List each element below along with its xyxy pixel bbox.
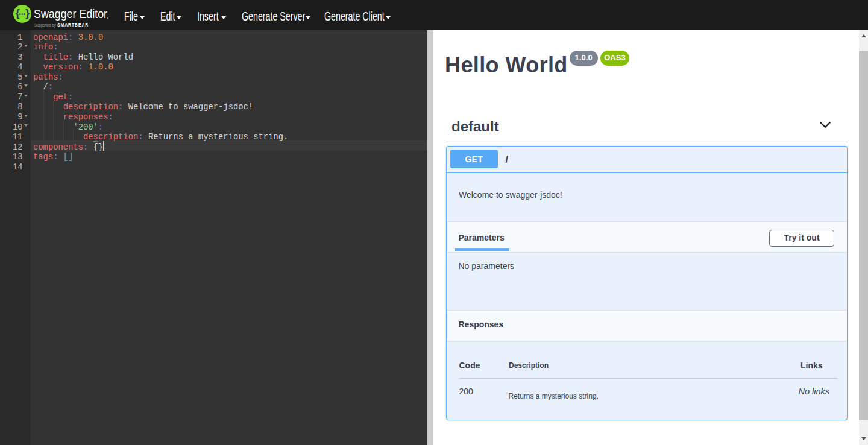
- svg-text:}: }: [25, 7, 30, 19]
- svg-text:{: {: [15, 7, 19, 19]
